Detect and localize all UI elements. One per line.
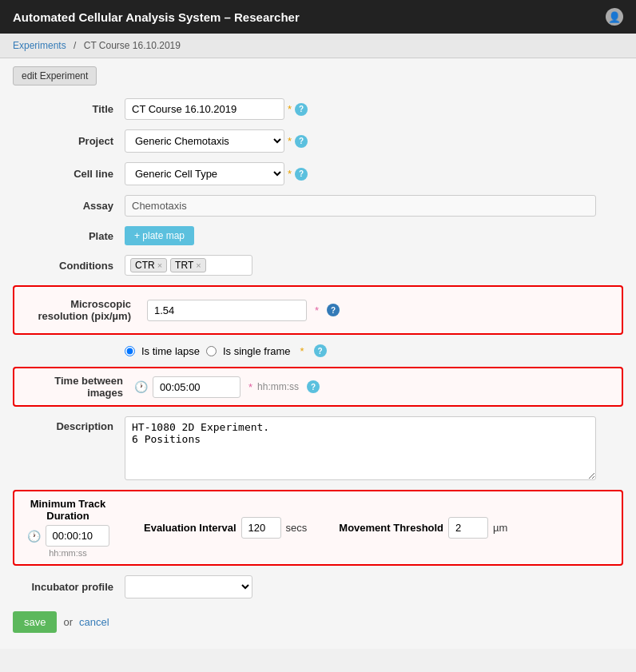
title-row: Title * ?: [13, 98, 623, 120]
clock-icon-track: 🕐: [27, 530, 41, 543]
movement-threshold-unit: µm: [493, 522, 507, 534]
assay-label: Assay: [13, 200, 125, 212]
movement-threshold-group: Movement Threshold µm: [339, 517, 507, 539]
project-row: Project Generic Chemotaxis * ?: [13, 129, 623, 153]
title-input[interactable]: [125, 98, 284, 120]
time-between-input[interactable]: [153, 376, 240, 398]
project-select[interactable]: Generic Chemotaxis: [125, 129, 284, 153]
tag-ctr[interactable]: CTR ×: [130, 258, 167, 272]
project-required-star: *: [288, 135, 292, 147]
min-track-label: Minimum Track Duration: [24, 498, 112, 522]
frame-help-icon[interactable]: ?: [314, 344, 327, 357]
plate-label: Plate: [13, 230, 125, 242]
cell-line-help-icon[interactable]: ?: [295, 168, 308, 181]
microscopic-help-icon[interactable]: ?: [327, 304, 340, 316]
microscopic-resolution-section: Microscopic resolution (pix/µm) * ?: [13, 285, 623, 335]
microscopic-required-star: *: [315, 304, 319, 316]
conditions-row: Conditions CTR × TRT ×: [13, 255, 623, 276]
min-track-group: Minimum Track Duration 🕐 hh:mm:ss: [24, 498, 112, 558]
time-lapse-group: Is time lapse Is single frame * ?: [125, 344, 327, 357]
microscopic-resolution-input[interactable]: [147, 300, 307, 321]
time-between-section: Time between images 🕐 * hh:mm:ss ?: [13, 367, 623, 407]
min-track-input-group: 🕐: [27, 525, 109, 547]
min-track-input[interactable]: [46, 525, 109, 547]
eval-interval-input[interactable]: [241, 517, 281, 539]
plate-row: Plate + plate map: [13, 226, 623, 245]
breadcrumb-experiments[interactable]: Experiments: [13, 40, 66, 51]
time-between-required: *: [248, 381, 252, 393]
cell-line-required-star: *: [288, 168, 292, 180]
cell-line-select[interactable]: Generic Cell Type: [125, 162, 284, 185]
cell-line-row: Cell line Generic Cell Type * ?: [13, 162, 623, 185]
eval-interval-group: Evaluation Interval secs: [144, 517, 307, 539]
conditions-label: Conditions: [13, 260, 125, 272]
microscopic-resolution-row: Microscopic resolution (pix/µm) * ?: [22, 293, 614, 327]
breadcrumb-current: CT Course 16.10.2019: [84, 40, 181, 51]
app-header: Automated Cellular Analysis System – Res…: [0, 0, 636, 34]
project-label: Project: [13, 135, 125, 147]
description-row: Description HT-1080 2D Experiment. 6 Pos…: [13, 416, 623, 480]
title-label: Title: [13, 103, 125, 115]
plate-map-button[interactable]: + plate map: [125, 226, 194, 245]
app-title: Automated Cellular Analysis System – Res…: [13, 10, 300, 24]
breadcrumb: Experiments / CT Course 16.10.2019: [0, 34, 636, 58]
time-between-format: hh:mm:ss: [257, 381, 299, 392]
tag-trt-remove[interactable]: ×: [196, 260, 201, 270]
time-between-label: Time between images: [22, 375, 134, 399]
cancel-link[interactable]: cancel: [79, 616, 109, 628]
edit-experiment-button[interactable]: edit Experiment: [13, 66, 97, 85]
incubator-label: Incubator profile: [13, 581, 125, 593]
breadcrumb-separator: /: [74, 40, 76, 51]
title-required-star: *: [288, 103, 292, 115]
clock-icon-time: 🕐: [134, 380, 148, 393]
tag-trt[interactable]: TRT ×: [170, 258, 206, 272]
time-lapse-row: Is time lapse Is single frame * ?: [13, 344, 623, 357]
time-lapse-radio[interactable]: [125, 346, 135, 356]
description-label: Description: [13, 416, 125, 432]
main-content: edit Experiment Title * ? Project Generi…: [0, 58, 636, 649]
tracking-section: Minimum Track Duration 🕐 hh:mm:ss Evalua…: [13, 490, 623, 566]
title-help-icon[interactable]: ?: [295, 103, 308, 116]
cell-line-label: Cell line: [13, 168, 125, 180]
single-frame-radio[interactable]: [206, 346, 217, 356]
microscopic-label: Microscopic resolution (pix/µm): [30, 298, 142, 322]
eval-interval-unit: secs: [286, 522, 308, 534]
min-track-format-hint: hh:mm:ss: [49, 548, 87, 558]
project-help-icon[interactable]: ?: [295, 135, 308, 148]
assay-input: [125, 195, 596, 217]
conditions-tags-input[interactable]: CTR × TRT ×: [125, 255, 252, 276]
single-frame-radio-label: Is single frame: [223, 345, 291, 357]
eval-interval-label: Evaluation Interval: [144, 522, 237, 534]
frame-required-star: *: [300, 345, 304, 357]
or-text: or: [63, 616, 73, 628]
save-button[interactable]: save: [13, 611, 57, 633]
time-between-input-group: 🕐 * hh:mm:ss ?: [134, 376, 320, 398]
time-between-row: Time between images 🕐 * hh:mm:ss ?: [22, 375, 614, 399]
movement-threshold-label: Movement Threshold: [339, 522, 443, 534]
incubator-select[interactable]: [125, 575, 252, 598]
assay-row: Assay: [13, 195, 623, 217]
time-between-help-icon[interactable]: ?: [307, 380, 320, 393]
incubator-row: Incubator profile: [13, 575, 623, 598]
user-icon[interactable]: 👤: [606, 8, 623, 26]
description-textarea[interactable]: HT-1080 2D Experiment. 6 Positions: [125, 416, 596, 480]
movement-threshold-input[interactable]: [448, 517, 488, 539]
tag-ctr-remove[interactable]: ×: [157, 260, 162, 270]
time-lapse-radio-label: Is time lapse: [141, 345, 200, 357]
action-row: save or cancel: [13, 611, 623, 633]
